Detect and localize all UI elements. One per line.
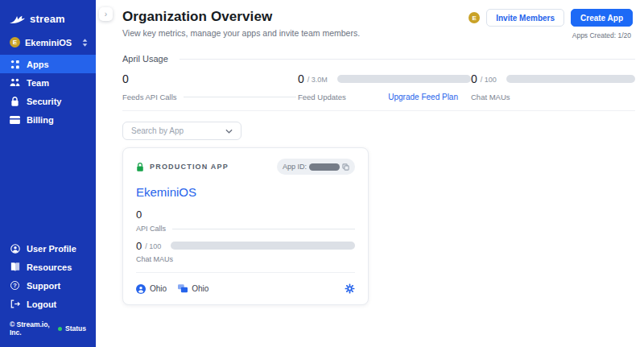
app-api-calls-value: 0 bbox=[136, 209, 355, 221]
app-api-calls-label: API Calls bbox=[136, 225, 166, 233]
production-lock-icon bbox=[136, 163, 144, 171]
app-card: PRODUCTION APP App ID: EkeminiOS 0 API C… bbox=[122, 147, 369, 305]
apps-created-count: Apps Created: 1/20 bbox=[572, 31, 633, 39]
feeds-region-icon bbox=[136, 284, 146, 294]
search-placeholder: Search by App bbox=[131, 126, 184, 135]
app-id-label: App ID: bbox=[283, 163, 307, 171]
sidebar-collapse-button[interactable]: › bbox=[99, 7, 113, 21]
sidebar-nav: Apps Team Security bbox=[0, 55, 96, 129]
org-name: EkeminiOS bbox=[25, 38, 82, 48]
credit-card-icon bbox=[10, 116, 20, 124]
stream-logo-text: stream bbox=[30, 13, 65, 25]
sidebar-item-user-profile[interactable]: User Profile bbox=[0, 239, 96, 258]
app-name-link[interactable]: EkeminiOS bbox=[136, 185, 355, 199]
page-header: Organization Overview View key metrics, … bbox=[96, 0, 644, 39]
metric-limit: / 100 bbox=[481, 76, 497, 84]
upgrade-feed-plan-link[interactable]: Upgrade Feed Plan bbox=[388, 93, 471, 101]
copyright-text: © Stream.io, Inc. bbox=[10, 320, 58, 337]
metric-label: Feed Updates bbox=[298, 93, 346, 101]
copy-icon[interactable] bbox=[342, 163, 349, 171]
sidebar-item-label: Billing bbox=[27, 115, 54, 125]
app-chat-maus-value: 0 bbox=[136, 240, 142, 252]
chat-region-label: Ohio bbox=[192, 284, 208, 293]
sidebar: stream E EkeminiOS Apps bbox=[0, 0, 96, 347]
search-by-app-dropdown[interactable]: Search by App bbox=[122, 122, 242, 140]
sidebar-spacer bbox=[0, 129, 96, 233]
org-avatar: E bbox=[10, 37, 20, 48]
stream-wing-icon bbox=[10, 14, 25, 24]
metric-divider-line bbox=[184, 97, 296, 97]
sidebar-footer-nav: User Profile Resources ? Support bbox=[0, 239, 96, 313]
sidebar-item-label: Logout bbox=[27, 299, 56, 309]
usage-metrics: 0 Feeds API Calls 0 / 3.0M Feed Updates … bbox=[122, 71, 635, 109]
sidebar-item-resources[interactable]: Resources bbox=[0, 258, 96, 276]
usage-section-title: April Usage bbox=[122, 54, 168, 64]
team-icon bbox=[10, 78, 20, 87]
lock-icon bbox=[10, 97, 20, 106]
app-type-badge: PRODUCTION APP bbox=[150, 163, 229, 171]
create-app-button[interactable]: Create App bbox=[571, 9, 633, 27]
progress-bar bbox=[337, 75, 471, 83]
chat-region: Ohio bbox=[178, 284, 208, 293]
section-divider-line bbox=[180, 59, 635, 60]
sidebar-item-label: Security bbox=[27, 97, 61, 106]
progress-bar bbox=[506, 75, 635, 83]
sidebar-item-label: Resources bbox=[27, 262, 72, 272]
sidebar-item-security[interactable]: Security bbox=[0, 92, 96, 110]
status-link[interactable]: Status bbox=[58, 324, 86, 333]
page-title: Organization Overview bbox=[122, 9, 360, 25]
metric-feeds-api-calls: 0 Feeds API Calls bbox=[122, 71, 296, 101]
app-id-redacted bbox=[309, 163, 340, 171]
sidebar-item-apps[interactable]: Apps bbox=[0, 55, 96, 73]
stream-logo: stream bbox=[0, 0, 96, 25]
book-icon bbox=[10, 262, 20, 271]
sidebar-bottom-row: © Stream.io, Inc. Status bbox=[0, 320, 96, 347]
sidebar-item-billing[interactable]: Billing bbox=[0, 110, 96, 129]
metric-label: Feeds API Calls bbox=[122, 93, 177, 101]
sidebar-item-logout[interactable]: Logout bbox=[0, 295, 96, 313]
section-divider bbox=[122, 110, 635, 111]
app-chat-maus-limit: / 100 bbox=[145, 242, 161, 250]
app-card-footer: Ohio Ohio bbox=[136, 273, 355, 304]
main-content: › Organization Overview View key metrics… bbox=[96, 0, 644, 347]
metric-value: 0 bbox=[122, 72, 129, 85]
page-subtitle: View key metrics, manage your apps and i… bbox=[122, 28, 360, 38]
metric-label: Chat MAUs bbox=[471, 93, 510, 101]
sidebar-item-label: User Profile bbox=[27, 244, 76, 254]
metric-value: 0 bbox=[471, 72, 477, 85]
apps-grid-icon bbox=[10, 60, 20, 69]
chat-region-icon bbox=[178, 284, 188, 293]
user-avatar[interactable]: E bbox=[469, 12, 480, 23]
sidebar-item-label: Team bbox=[27, 78, 49, 88]
sidebar-item-support[interactable]: ? Support bbox=[0, 276, 96, 295]
metric-feed-updates: 0 / 3.0M Feed Updates Upgrade Feed Plan bbox=[298, 71, 471, 101]
invite-members-button[interactable]: Invite Members bbox=[486, 9, 564, 27]
status-label: Status bbox=[65, 324, 86, 333]
metric-value: 0 bbox=[298, 72, 304, 85]
app-settings-button[interactable] bbox=[345, 283, 355, 294]
feeds-region-label: Ohio bbox=[150, 284, 167, 293]
org-selector[interactable]: E EkeminiOS bbox=[0, 35, 96, 49]
sidebar-item-label: Apps bbox=[27, 60, 49, 69]
metric-chat-maus: 0 / 100 Chat MAUs bbox=[471, 71, 635, 101]
metric-divider-line bbox=[172, 229, 355, 229]
sidebar-item-label: Support bbox=[27, 281, 60, 291]
app-id-pill[interactable]: App ID: bbox=[277, 159, 355, 175]
usage-section-header: April Usage bbox=[122, 54, 635, 64]
logout-icon bbox=[10, 299, 20, 308]
status-dot-icon bbox=[58, 327, 62, 331]
question-icon: ? bbox=[10, 281, 20, 290]
gear-icon bbox=[345, 283, 355, 294]
feeds-region: Ohio bbox=[136, 284, 167, 294]
user-icon bbox=[10, 244, 20, 254]
app-chat-maus-label: Chat MAUs bbox=[136, 255, 355, 263]
chevron-down-icon bbox=[225, 129, 233, 134]
sidebar-item-team[interactable]: Team bbox=[0, 73, 96, 92]
dashboard-page: stream E EkeminiOS Apps bbox=[0, 0, 644, 347]
chevron-right-icon: › bbox=[105, 10, 107, 19]
chevron-up-down-icon bbox=[82, 39, 88, 47]
progress-bar bbox=[171, 242, 355, 250]
metric-limit: / 3.0M bbox=[308, 76, 328, 84]
